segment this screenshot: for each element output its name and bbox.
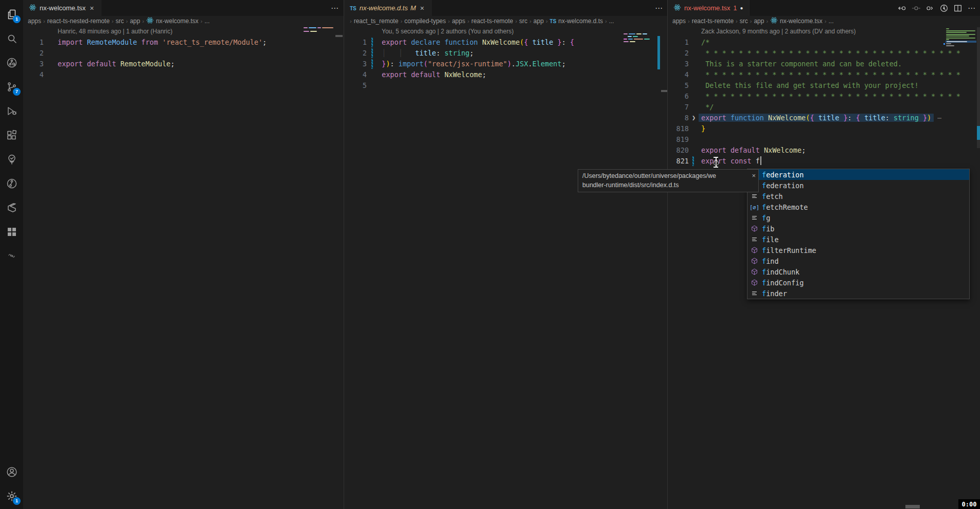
code-text: This is a starter component and can be d… [701,59,902,69]
git-status-letter: M [411,4,416,12]
sidebar-item-settings-gear-icon[interactable]: 1 [0,484,23,508]
code-line-1[interactable]: 1export declare function NxWelcome({ tit… [344,37,668,48]
code-editor[interactable]: Hanric, 48 minutes ago | 1 author (Hanri… [23,26,344,509]
breadcrumb-item[interactable]: src [519,17,527,25]
breadcrumb-item[interactable]: apps [28,17,41,25]
more-icon[interactable]: ⋯ [654,4,664,13]
fold-ellipsis[interactable]: ⋯ [937,114,941,122]
breadcrumb-item[interactable]: react-ts-remote [471,17,513,25]
sidebar-item-source-control-icon[interactable]: 7 [0,75,23,99]
tab-nx-welcome-tsx-left[interactable]: nx-welcome.tsx× [23,0,101,16]
gitlens-blame-annotation[interactable]: You, 5 seconds ago | 2 authors (You and … [344,26,668,37]
tab-nx-welcome-tsx-right[interactable]: nx-welcome.tsx1● [668,0,750,16]
code-line-4[interactable]: 4 [23,69,344,80]
breadcrumb-item[interactable]: compiled-types [404,17,446,25]
close-icon[interactable]: × [752,171,756,180]
code-line-1[interactable]: 1import RemoteModule from 'react_ts_remo… [23,37,344,48]
suggest-item-filterRuntime[interactable]: filterRuntime [747,245,969,256]
breadcrumb-item[interactable]: react_ts_remote [354,17,399,25]
breadcrumb-item[interactable]: apps [452,17,465,25]
suggest-item-findConfig[interactable]: findConfig [747,277,969,288]
sidebar-item-squiggle-icon[interactable] [0,244,23,268]
sidebar-item-commit-graph-icon[interactable] [0,50,23,75]
code-editor[interactable]: You, 5 seconds ago | 2 authors (You and … [344,26,668,509]
line-number: 3 [23,59,44,69]
breadcrumb-item[interactable]: react-ts-nested-remote [47,17,110,25]
code-line-819[interactable]: 819 [668,134,980,145]
code-line-5[interactable]: 5 [344,80,668,91]
suggest-details-tooltip: × /Users/bytedance/outter/universe/packa… [578,169,759,192]
split-editor-icon[interactable] [953,4,963,13]
open-changes-icon[interactable] [912,4,921,13]
breadcrumb-item[interactable]: ... [205,17,210,25]
dirty-dot-icon[interactable]: ● [740,5,743,11]
suggest-item-findChunk[interactable]: findChunk [747,266,969,277]
code-line-1[interactable]: 1/* [668,37,980,48]
breadcrumb-item[interactable]: src [740,17,748,25]
code-line-818[interactable]: 818} [668,123,980,134]
breadcrumb-separator: › [141,18,145,24]
suggest-item-find[interactable]: find [747,256,969,266]
breadcrumb-item[interactable]: ... [828,17,833,25]
code-line-6[interactable]: 6 * * * * * * * * * * * * * * * * * * * … [668,91,980,102]
code-line-3[interactable]: 3 This is a starter component and can be… [668,59,980,69]
ts-file-icon: TS [550,17,557,25]
sidebar-item-todo-tree-icon[interactable] [0,147,23,171]
code-line-4[interactable]: 4 * * * * * * * * * * * * * * * * * * * … [668,69,980,80]
breadcrumb-item[interactable]: src [116,17,124,25]
sidebar-item-gitlens-icon[interactable] [0,171,23,195]
breadcrumb-item[interactable]: TSnx-welcome.d.ts [550,17,603,25]
breadcrumb-separator: › [447,18,451,24]
breadcrumb-item[interactable]: apps [672,17,686,25]
suggest-item-fib[interactable]: fib [747,223,969,234]
sidebar-item-files-icon[interactable]: 1 [0,2,23,26]
code-line-8[interactable]: 8❯export function NxWelcome({ title }: {… [668,113,980,123]
code-line-2[interactable]: 2│ │ title: string; [344,48,668,59]
breadcrumb-item[interactable]: nx-welcome.tsx [146,16,199,26]
suggest-item-fg[interactable]: fg [747,212,969,223]
gitlens-blame-annotation[interactable]: Zack Jackson, 9 months ago | 2 authors (… [668,26,980,37]
breadcrumb-item[interactable]: app [533,17,544,25]
gitlens-blame-annotation[interactable]: Hanric, 48 minutes ago | 1 author (Hanri… [23,26,344,37]
more-icon[interactable]: ⋯ [330,4,340,13]
sidebar-item-run-debug-icon[interactable] [0,99,23,123]
code-line-3[interactable]: 3export default RemoteModule; [23,59,344,69]
file-history-icon[interactable] [939,4,949,13]
suggest-item-file[interactable]: file [747,234,969,245]
breadcrumb-item[interactable]: app [130,17,140,25]
more-icon[interactable]: ⋯ [967,4,976,13]
code-line-3[interactable]: 3}): import("react/jsx-runtime").JSX.Ele… [344,59,668,69]
suggest-item-fetchRemote[interactable]: [∅]fetchRemote [747,202,969,212]
code-line-5[interactable]: 5 Delete this file and get started with … [668,80,980,91]
sidebar-item-search-icon[interactable] [0,26,23,50]
suggest-item-label: finder [762,289,787,298]
prev-change-icon[interactable] [898,4,907,13]
code-line-4[interactable]: 4export default NxWelcome; [344,69,668,80]
code-line-2[interactable]: 2 [23,48,344,59]
suggest-item-finder[interactable]: finder [747,288,969,299]
scrollbar-horizontal[interactable] [905,505,920,508]
code-line-2[interactable]: 2 * * * * * * * * * * * * * * * * * * * … [668,48,980,59]
tab-nx-welcome-dts[interactable]: TSnx-welcome.d.tsM× [344,0,432,16]
sidebar-item-extensions-icon[interactable] [0,123,23,147]
sidebar-item-nx-console-icon[interactable] [0,195,23,220]
suggest-item-federation[interactable]: federation [747,169,969,180]
fold-chevron-icon[interactable]: ❯ [692,113,696,123]
close-icon[interactable]: × [89,4,95,12]
sidebar-item-account-icon[interactable] [0,460,23,484]
breadcrumb-separator: › [824,18,828,24]
code-line-820[interactable]: 820export default NxWelcome; [668,145,980,156]
breadcrumb-item[interactable]: ... [609,17,614,25]
breadcrumb-item[interactable]: app [754,17,764,25]
close-icon[interactable]: × [419,4,425,12]
breadcrumb: apps›react-ts-remote›src›app›nx-welcome.… [668,16,980,26]
suggest-item-label: fetchRemote [762,203,808,211]
code-line-7[interactable]: 7 */ [668,102,980,113]
suggest-item-federation[interactable]: federation [747,180,969,191]
line-number: 1 [668,37,689,48]
breadcrumb-item[interactable]: react-ts-remote [692,17,734,25]
sidebar-item-grid-icon[interactable] [0,220,23,244]
breadcrumb-item[interactable]: nx-welcome.tsx [770,16,823,26]
next-change-icon[interactable] [925,4,935,13]
suggest-item-fetch[interactable]: fetch [747,191,969,202]
